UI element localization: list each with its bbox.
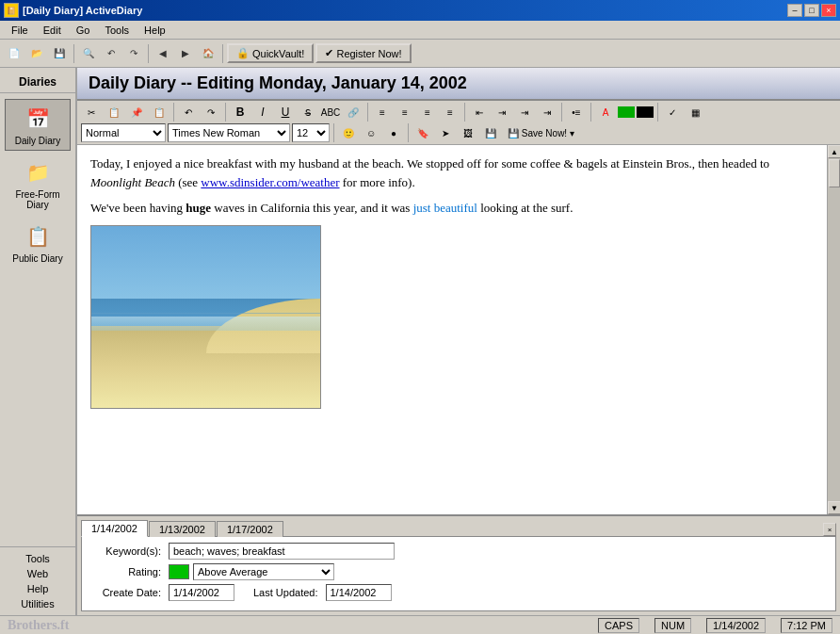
menu-go[interactable]: Go: [69, 23, 98, 38]
new-button[interactable]: 📄: [4, 43, 24, 64]
link-button[interactable]: 🔗: [343, 103, 363, 122]
align-right-button[interactable]: ≡: [417, 103, 438, 122]
register-button[interactable]: ✔ Register Now!: [315, 43, 411, 63]
font-select[interactable]: Times New Roman: [168, 123, 290, 142]
scroll-down-arrow[interactable]: ▼: [828, 501, 840, 514]
back-button[interactable]: ◀: [153, 43, 173, 64]
redo-button[interactable]: ↷: [123, 43, 144, 64]
undo-btn[interactable]: ↶: [178, 103, 199, 122]
scroll-track[interactable]: [828, 158, 840, 501]
indent-less-button[interactable]: ⇤: [469, 103, 490, 122]
caps-indicator: CAPS: [598, 618, 639, 633]
paragraph1-mid: (see: [175, 175, 201, 189]
highlight-button[interactable]: [618, 106, 635, 118]
page-header: Daily Diary -- Editing Monday, January 1…: [77, 68, 840, 101]
table-button[interactable]: ▦: [685, 103, 705, 122]
indent-more-button[interactable]: ⇥: [492, 103, 512, 122]
indent4-button[interactable]: ⇥: [537, 103, 557, 122]
scroll-up-arrow[interactable]: ▲: [828, 145, 840, 158]
smiley-button[interactable]: 🙂: [338, 123, 359, 142]
open-button[interactable]: 📂: [26, 43, 47, 64]
keywords-label: Keyword(s):: [89, 545, 165, 557]
title-bar: 📔 [Daily Diary] ActiveDiary – □ ×: [0, 0, 840, 21]
paste-button[interactable]: 📌: [126, 103, 147, 122]
time-indicator: 7:12 PM: [781, 618, 832, 633]
paragraph1-start: Today, I enjoyed a nice breakfast with m…: [90, 156, 769, 171]
maximize-button[interactable]: □: [804, 4, 819, 17]
website-link[interactable]: www.sdinsider.com/weather: [201, 175, 339, 189]
sidebar-item-public[interactable]: 📋 Public Diary: [5, 217, 71, 268]
minimize-button[interactable]: –: [787, 4, 802, 17]
fmt-sep5: [561, 103, 562, 122]
sidebar-freeform-label: Free-Form Diary: [8, 189, 68, 210]
redo-btn[interactable]: ↷: [201, 103, 221, 122]
cut-button[interactable]: ✂: [81, 103, 102, 122]
sidebar-tools[interactable]: Tools: [0, 551, 75, 566]
style-select[interactable]: Normal: [81, 123, 166, 142]
font-color-button[interactable]: A: [595, 103, 616, 122]
sidebar-web[interactable]: Web: [0, 566, 75, 581]
bold-button[interactable]: B: [230, 103, 250, 122]
emoji2-button[interactable]: ☺: [361, 123, 381, 142]
save-now-button[interactable]: 💾 Save Now! ▾: [503, 123, 579, 142]
keywords-input[interactable]: [169, 543, 395, 560]
fmt-sep3: [367, 103, 368, 122]
scroll-thumb[interactable]: [829, 159, 840, 187]
align-left-button[interactable]: ≡: [372, 103, 393, 122]
create-date-input[interactable]: [169, 584, 234, 601]
tab-1-13-2002[interactable]: 1/13/2002: [149, 521, 216, 537]
tab-1-14-2002[interactable]: 1/14/2002: [81, 520, 148, 537]
rating-select[interactable]: Above Average Excellent Average Below Av…: [193, 563, 334, 580]
indent3-button[interactable]: ⇥: [514, 103, 535, 122]
sidebar-help[interactable]: Help: [0, 581, 75, 596]
menu-edit[interactable]: Edit: [36, 23, 69, 38]
justify-button[interactable]: ≡: [440, 103, 460, 122]
save-button2[interactable]: 💾: [49, 43, 70, 64]
color3-button[interactable]: [637, 106, 654, 118]
content-area: Daily Diary -- Editing Monday, January 1…: [77, 68, 840, 615]
abc-button[interactable]: ABC: [320, 103, 341, 122]
fmt-row2-sep2: [408, 123, 409, 142]
zoom-button[interactable]: 🔍: [78, 43, 99, 64]
beautiful-text: just beautiful: [413, 201, 477, 215]
free-form-icon: 📁: [23, 157, 53, 187]
sidebar-header: Diaries: [0, 72, 75, 93]
size-select[interactable]: 12: [292, 123, 330, 142]
spell-button[interactable]: ✓: [662, 103, 683, 122]
moonlight-beach-text: Moonlight Beach: [90, 175, 175, 189]
save-note-button[interactable]: 💾 QuickVault!: [480, 123, 501, 142]
last-updated-input[interactable]: [326, 584, 392, 601]
strikethrough-button[interactable]: S̶: [298, 103, 318, 122]
tab-1-17-2002[interactable]: 1/17/2002: [217, 521, 283, 537]
editor-content[interactable]: Today, I enjoyed a nice breakfast with m…: [77, 145, 827, 514]
menu-help[interactable]: Help: [137, 23, 173, 38]
undo-button[interactable]: ↶: [101, 43, 121, 64]
bullets-button[interactable]: •≡: [566, 103, 587, 122]
save-icon: 💾: [485, 128, 496, 138]
sidebar-item-daily-diary[interactable]: 📅 Daily Diary: [5, 99, 71, 151]
paragraph2-start: We've been having: [90, 201, 186, 215]
home-button[interactable]: 🏠: [198, 43, 218, 64]
emoji3-button[interactable]: ●: [383, 123, 404, 142]
forward-button[interactable]: ▶: [175, 43, 196, 64]
close-panel-button[interactable]: ×: [823, 523, 836, 536]
underline-button[interactable]: U: [275, 103, 296, 122]
insert-image-button[interactable]: 🖼: [458, 123, 478, 142]
bottom-panel: 1/14/2002 1/13/2002 1/17/2002 × Keyword(…: [77, 514, 840, 615]
copy-button[interactable]: 📋: [104, 103, 124, 122]
separator1: [73, 44, 74, 63]
sidebar-utilities[interactable]: Utilities: [0, 596, 75, 611]
italic-button[interactable]: I: [252, 103, 273, 122]
menu-tools[interactable]: Tools: [97, 23, 137, 38]
scrollbar[interactable]: ▲ ▼: [827, 145, 840, 514]
align-center-button[interactable]: ≡: [395, 103, 415, 122]
quickvault-button[interactable]: 🔒 QuickVault!: [227, 43, 314, 63]
bookmark-button[interactable]: 🔖: [412, 123, 433, 142]
separator3: [222, 44, 223, 63]
sidebar-item-free-form[interactable]: 📁 Free-Form Diary: [5, 153, 71, 215]
menu-file[interactable]: File: [4, 23, 36, 38]
format-row-1: ✂ 📋 📌 📋 ↶ ↷ B I U S̶ ABC 🔗 ≡ ≡ ≡ ≡: [81, 103, 836, 122]
paste-special-button[interactable]: 📋: [149, 103, 170, 122]
close-button[interactable]: ×: [821, 4, 836, 17]
arrow-button[interactable]: ➤: [435, 123, 456, 142]
